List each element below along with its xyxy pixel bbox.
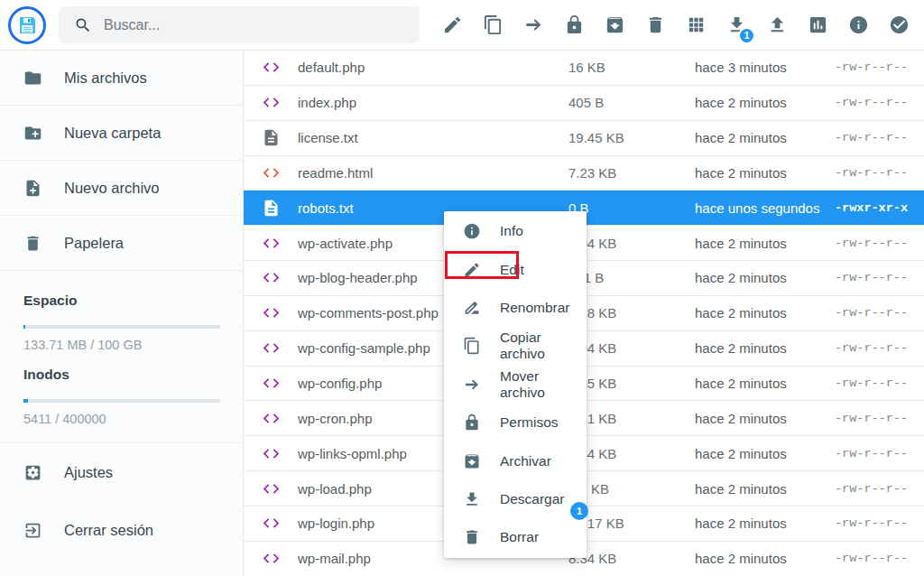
menu-item-label: Archivar xyxy=(500,453,551,469)
info-icon xyxy=(848,14,869,35)
edit-icon xyxy=(463,261,481,279)
space-usage-value: 133.71 MB / 100 GB xyxy=(23,338,219,352)
file-name: default.php xyxy=(298,60,568,75)
edit-button[interactable] xyxy=(441,14,463,36)
new-file-icon xyxy=(23,179,42,198)
trash-icon xyxy=(463,528,481,546)
sidebar-item-new-folder[interactable]: Nueva carpeta xyxy=(0,106,243,161)
sidebar-item-label: Nueva carpeta xyxy=(64,125,161,142)
upload-icon xyxy=(767,14,788,35)
app-logo[interactable] xyxy=(8,6,46,44)
sidebar-item-my-files[interactable]: Mis archivos xyxy=(0,51,243,106)
menu-item-copy-file[interactable]: Copiar archivo xyxy=(444,327,587,365)
code-icon xyxy=(244,444,298,463)
space-progress-bar xyxy=(23,325,220,329)
file-size: 3.7 KB xyxy=(568,481,695,497)
menu-item-rename[interactable]: Renombrar xyxy=(444,289,587,327)
file-size: 2.28 KB xyxy=(568,305,695,321)
table-row[interactable]: readme.html 7.23 KB hace 2 minutos -rw-r… xyxy=(244,156,924,191)
grid-view-button[interactable] xyxy=(685,14,707,36)
copy-button[interactable] xyxy=(482,14,504,36)
file-permissions: -rw-r--r-- xyxy=(830,516,924,530)
file-permissions: -rw-r--r-- xyxy=(830,376,924,390)
table-row[interactable]: index.php 405 B hace 2 minutos -rw-r--r-… xyxy=(244,86,924,121)
menu-item-download[interactable]: Descargar xyxy=(444,480,587,518)
menu-item-label: Copiar archivo xyxy=(500,330,587,362)
lock-icon xyxy=(564,14,585,35)
code-icon xyxy=(244,234,298,253)
move-button[interactable] xyxy=(522,14,544,36)
menu-item-label: Edit xyxy=(500,262,524,278)
file-permissions: -rw-r--r-- xyxy=(830,60,924,74)
file-name: license.txt xyxy=(298,130,568,145)
stats-button[interactable] xyxy=(807,14,828,36)
edit-icon xyxy=(442,14,463,35)
code-icon xyxy=(244,374,298,393)
table-row[interactable]: default.php 16 KB hace 3 minutos -rw-r--… xyxy=(244,51,924,86)
sidebar-item-new-file[interactable]: Nuevo archivo xyxy=(0,161,243,216)
download-count-badge: 1 xyxy=(570,502,588,520)
file-size: 2.94 KB xyxy=(568,340,695,356)
file-permissions: -rw-r--r-- xyxy=(830,166,924,180)
file-time: hace 2 minutos xyxy=(695,446,830,461)
sidebar-item-logout[interactable]: Cerrar sesión xyxy=(0,501,243,559)
copy-icon xyxy=(483,14,504,35)
sidebar-item-label: Papelera xyxy=(64,235,124,252)
menu-item-archive[interactable]: Archivar xyxy=(444,441,587,479)
file-size: 0 B xyxy=(568,200,695,216)
document-icon xyxy=(244,199,298,218)
file-time: hace 2 minutos xyxy=(695,165,830,181)
toolbar: 1 xyxy=(441,14,924,36)
file-size: 7.04 KB xyxy=(568,236,695,251)
file-size: 7.23 KB xyxy=(568,165,695,181)
upload-button[interactable] xyxy=(766,14,788,36)
file-permissions: -rw-r--r-- xyxy=(830,341,924,355)
permissions-button[interactable] xyxy=(563,14,585,36)
file-time: hace 2 minutos xyxy=(695,516,830,531)
menu-item-label: Descargar xyxy=(500,491,565,507)
menu-item-delete[interactable]: Borrar xyxy=(444,518,587,556)
file-time: hace 2 minutos xyxy=(695,481,830,497)
info-button[interactable] xyxy=(847,14,869,36)
sidebar-footer: Ajustes Cerrar sesión xyxy=(0,442,243,559)
file-time: hace 3 minutos xyxy=(695,60,830,75)
file-time: hace unos segundos xyxy=(695,200,830,216)
search-input[interactable] xyxy=(104,17,393,33)
file-time: hace 2 minutos xyxy=(695,551,830,566)
file-permissions: -rw-r--r-- xyxy=(830,96,924,109)
file-permissions: -rw-r--r-- xyxy=(830,306,924,320)
menu-item-edit[interactable]: Edit xyxy=(444,250,587,288)
code-icon xyxy=(244,514,298,533)
menu-item-label: Renombrar xyxy=(500,300,570,316)
table-row[interactable]: license.txt 19.45 KB hace 2 minutos -rw-… xyxy=(244,121,924,156)
file-permissions: -rw-r--r-- xyxy=(830,552,924,565)
archive-button[interactable] xyxy=(604,14,625,36)
inodes-progress-bar xyxy=(23,399,220,403)
file-size: 5.41 KB xyxy=(568,411,695,426)
menu-item-info[interactable]: Info xyxy=(444,212,587,250)
move-arrow-icon xyxy=(463,376,481,394)
download-count-badge: 1 xyxy=(738,27,755,44)
file-size: 8.34 KB xyxy=(568,551,695,566)
select-all-button[interactable] xyxy=(888,14,910,36)
menu-item-move-file[interactable]: Mover archivo xyxy=(444,366,587,404)
new-folder-icon xyxy=(23,124,42,143)
file-time: hace 2 minutos xyxy=(695,340,830,356)
stats-icon xyxy=(808,14,828,35)
file-size: 351 B xyxy=(568,270,695,285)
sidebar-item-label: Cerrar sesión xyxy=(64,522,153,539)
sidebar-item-recycle-bin[interactable]: Papelera xyxy=(0,216,243,271)
download-button[interactable]: 1 xyxy=(725,14,747,36)
sidebar-item-settings[interactable]: Ajustes xyxy=(0,443,243,501)
file-size: 2.44 KB xyxy=(568,446,695,461)
file-permissions: -rw-r--r-- xyxy=(830,131,924,144)
menu-item-permissions[interactable]: Permisos xyxy=(444,404,587,441)
top-bar: 1 xyxy=(0,0,924,50)
rename-icon xyxy=(463,299,481,317)
file-time: hace 2 minutos xyxy=(695,305,830,321)
file-size: 405 B xyxy=(568,95,695,110)
copy-icon xyxy=(463,337,481,355)
code-icon xyxy=(244,479,298,498)
delete-button[interactable] xyxy=(644,14,666,36)
info-icon xyxy=(463,222,481,240)
